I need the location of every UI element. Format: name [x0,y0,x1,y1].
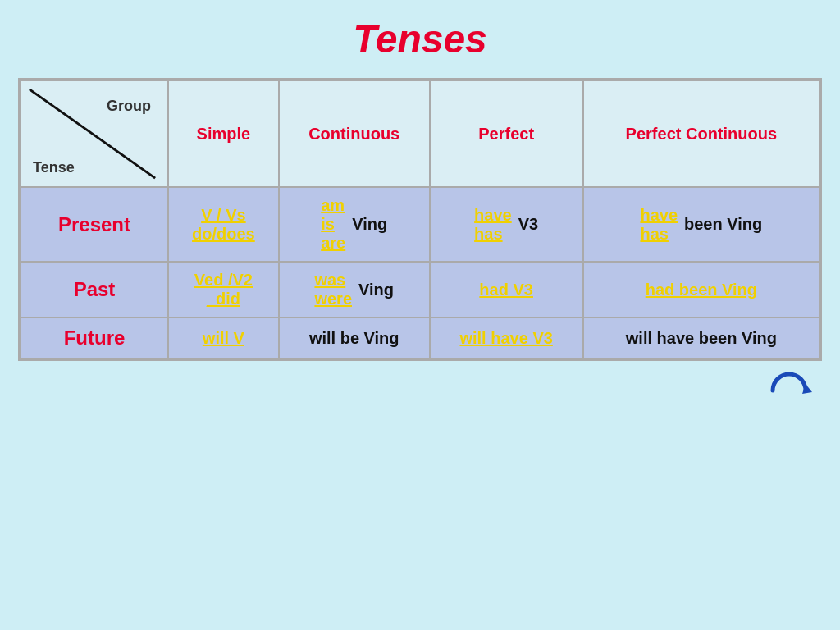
cell-future-perfect: will have V3 [430,317,583,358]
present-simple-line2: do/does [192,225,255,244]
past-cont-were: were [314,290,352,308]
present-perfcont-been: been Ving [684,215,762,234]
cell-past-perfect: had V3 [430,262,583,317]
present-cont-is: is [321,215,335,234]
table-header-row: Group Tense Simple Continuous Perfect Pe… [21,80,819,187]
row-label-past: Past [21,262,168,317]
cell-present-perfect-cont: have has been Ving [583,187,819,262]
col-header-perfect-continuous: Perfect Continuous [583,80,819,187]
table-row-future: Future will V will be Ving will have V3 … [21,317,819,358]
cell-present-perfect: have has V3 [430,187,583,262]
past-perfcont-text: had been Ving [646,281,757,299]
present-cont-ving: Ving [352,215,387,234]
present-perf-have: have [474,206,512,225]
past-simple-line1: Ved /V2 [194,271,253,290]
cell-past-continuous: was were Ving [279,262,430,317]
cell-future-simple: will V [168,317,279,358]
present-perf-has: has [474,225,502,244]
future-perf-text: will have V3 [459,329,552,347]
tenses-table: Group Tense Simple Continuous Perfect Pe… [18,78,822,361]
past-perf-text: had V3 [479,281,533,299]
table-row-present: Present V / Vs do/does am is are Vin [21,187,819,262]
past-cont-was: was [314,271,345,290]
cell-present-continuous: am is are Ving [279,187,430,262]
cell-future-perfect-cont: will have been Ving [583,317,819,358]
col-header-simple: Simple [168,80,279,187]
present-simple-line1: V / Vs [201,206,245,225]
cell-past-simple: Ved /V2 _did [168,262,279,317]
table-row-past: Past Ved /V2 _did was were Ving [21,262,819,317]
group-label: Group [107,98,151,115]
present-perfcont-has: has [640,225,668,244]
col-header-continuous: Continuous [279,80,430,187]
present-cont-am: am [321,196,345,215]
row-label-future: Future [21,317,168,358]
cell-present-simple: V / Vs do/does [168,187,279,262]
present-perf-v3: V3 [518,215,538,234]
page-title: Tenses [353,16,487,62]
past-simple-line2: _did [207,290,240,308]
past-cont-ving: Ving [358,281,394,299]
cell-past-perfect-cont: had been Ving [583,262,819,317]
future-simple-text: will V [203,329,244,347]
present-perfcont-have: have [640,206,678,225]
footer-area [18,366,822,399]
tense-label: Tense [33,159,75,176]
corner-cell: Group Tense [21,80,168,187]
future-cont-text: will be Ving [309,329,399,347]
present-cont-are: are [321,234,345,253]
redo-icon [765,366,814,399]
col-header-perfect: Perfect [430,80,583,187]
row-label-present: Present [21,187,168,262]
future-perfcont-text: will have been Ving [626,329,777,347]
cell-future-continuous: will be Ving [279,317,430,358]
